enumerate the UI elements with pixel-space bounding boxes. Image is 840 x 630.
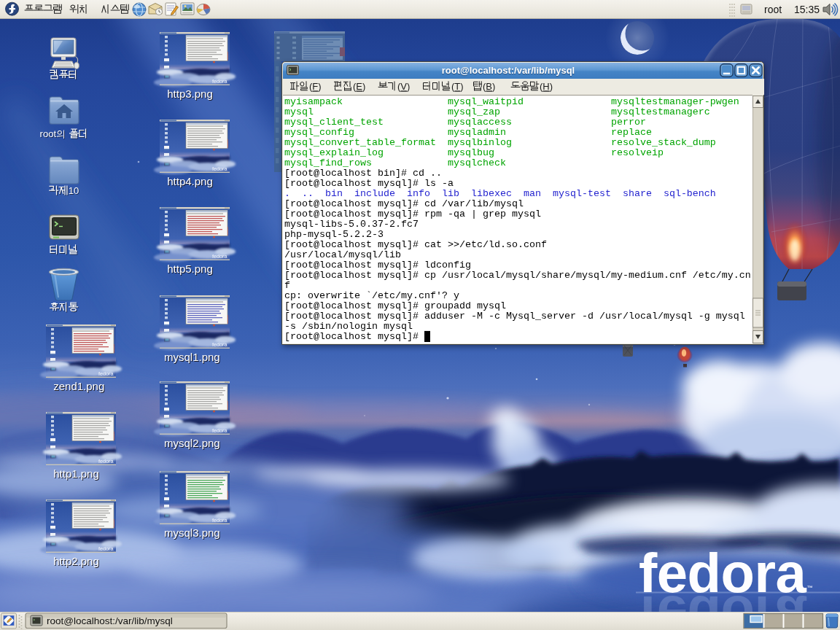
svg-text:(E): (E): [353, 81, 365, 92]
svg-text:10: 10: [69, 185, 79, 196]
svg-text:(B): (B): [483, 81, 495, 92]
svg-text:mysql3.png: mysql3.png: [164, 526, 220, 539]
svg-text:(F): (F): [309, 81, 322, 92]
svg-text:mysql1.png: mysql1.png: [164, 351, 220, 363]
svg-text:zend1.png: zend1.png: [53, 380, 104, 392]
svg-text:(T): (T): [451, 81, 464, 92]
svg-text:15:35: 15:35: [794, 4, 820, 15]
svg-text:root의: root의: [40, 128, 66, 139]
svg-text:root: root: [764, 4, 782, 15]
svg-text:http4.png: http4.png: [167, 175, 213, 187]
svg-text:root@localhost:/var/lib/mysql: root@localhost:/var/lib/mysql: [47, 615, 173, 626]
svg-text:http1.png: http1.png: [53, 467, 99, 480]
svg-text:http5.png: http5.png: [167, 262, 213, 275]
svg-text:http2.png: http2.png: [53, 555, 99, 567]
svg-text:(H): (H): [540, 81, 553, 92]
svg-text:(V): (V): [397, 81, 410, 92]
svg-text:mysql2.png: mysql2.png: [164, 437, 220, 449]
svg-text:http3.png: http3.png: [167, 88, 213, 100]
